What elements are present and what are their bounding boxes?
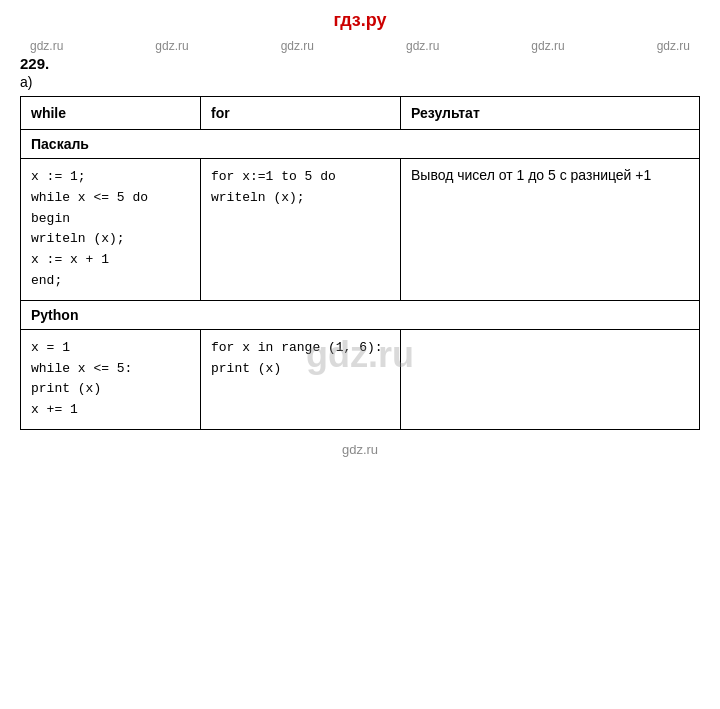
watermark-row: gdz.ru gdz.ru gdz.ru gdz.ru gdz.ru gdz.r…	[20, 39, 700, 53]
pascal-data-row: x := 1; while x <= 5 do begin writeln (x…	[21, 159, 700, 301]
section-pascal-label: Паскаль	[21, 130, 700, 159]
python-result	[401, 329, 700, 429]
page-container: гдз.ру gdz.ru gdz.ru gdz.ru gdz.ru gdz.r…	[0, 0, 720, 709]
header-for: for	[201, 97, 401, 130]
wm-6: gdz.ru	[657, 39, 690, 53]
python-while-code: x = 1 while x <= 5: print (x) x += 1	[21, 329, 201, 429]
footer-watermark: gdz.ru	[20, 442, 700, 457]
wm-3: gdz.ru	[281, 39, 314, 53]
problem-number: 229.	[20, 55, 700, 72]
wm-4: gdz.ru	[406, 39, 439, 53]
main-table: while for Результат Паскаль x := 1; whil…	[20, 96, 700, 430]
section-python-label: Python	[21, 300, 700, 329]
wm-5: gdz.ru	[531, 39, 564, 53]
pascal-while-code: x := 1; while x <= 5 do begin writeln (x…	[21, 159, 201, 301]
section-python: Python	[21, 300, 700, 329]
sub-label: а)	[20, 74, 700, 90]
pascal-result: Вывод чисел от 1 до 5 с разницей +1	[401, 159, 700, 301]
header-while: while	[21, 97, 201, 130]
section-pascal: Паскаль	[21, 130, 700, 159]
site-title: гдз.ру	[20, 10, 700, 31]
table-header-row: while for Результат	[21, 97, 700, 130]
wm-2: gdz.ru	[155, 39, 188, 53]
python-for-code: for x in range (1, 6): print (x)	[201, 329, 401, 429]
wm-1: gdz.ru	[30, 39, 63, 53]
header-result: Результат	[401, 97, 700, 130]
pascal-for-code: for x:=1 to 5 do writeln (x);	[201, 159, 401, 301]
python-data-row: x = 1 while x <= 5: print (x) x += 1 for…	[21, 329, 700, 429]
